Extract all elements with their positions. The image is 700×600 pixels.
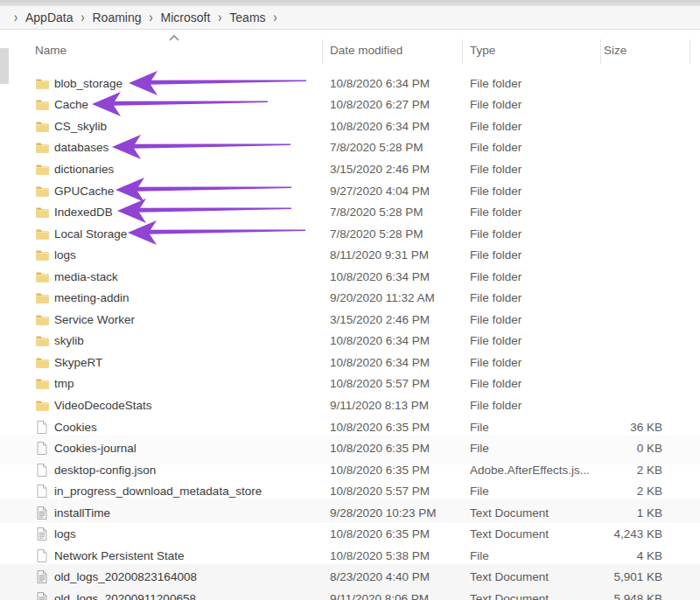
file-row[interactable]: databases7/8/2020 5:28 PMFile folder: [18, 137, 700, 159]
file-date-modified: 10/8/2020 6:34 PM: [330, 266, 430, 288]
breadcrumb-item[interactable]: Teams: [229, 10, 265, 24]
column-separator[interactable]: [322, 39, 323, 64]
breadcrumb-item[interactable]: AppData: [25, 10, 73, 24]
file-icon: [35, 420, 49, 434]
file-row[interactable]: installTime9/28/2020 10:23 PMText Docume…: [18, 502, 700, 524]
sort-ascending-icon: [168, 34, 180, 41]
column-header-size[interactable]: Size: [604, 42, 626, 59]
file-row[interactable]: IndexedDB7/8/2020 5:28 PMFile folder: [18, 201, 700, 223]
file-row[interactable]: Cache10/8/2020 6:27 PMFile folder: [18, 94, 700, 116]
file-size: [560, 394, 662, 416]
file-row[interactable]: SkypeRT10/8/2020 6:34 PMFile folder: [18, 352, 700, 373]
column-separator[interactable]: [462, 39, 463, 64]
folder-icon: [35, 248, 49, 262]
file-date-modified: 7/8/2020 5:28 PM: [330, 137, 424, 159]
file-name: SkypeRT: [54, 352, 102, 373]
file-type: File folder: [470, 394, 522, 416]
file-name: installTime: [54, 502, 110, 524]
folder-icon: [35, 98, 49, 112]
file-size: [560, 287, 662, 309]
file-row[interactable]: tmp10/8/2020 5:57 PMFile folder: [18, 373, 700, 395]
file-row[interactable]: GPUCache9/27/2020 4:04 PMFile folder: [18, 180, 700, 202]
file-name: Service Worker: [54, 309, 135, 331]
file-row[interactable]: logs8/11/2020 9:31 PMFile folder: [18, 244, 700, 266]
file-name: dictionaries: [54, 158, 114, 180]
breadcrumb-chevron-icon[interactable]: ›: [266, 10, 285, 26]
file-name: desktop-config.json: [54, 459, 156, 481]
file-row[interactable]: CS_skylib10/8/2020 6:34 PMFile folder: [18, 115, 700, 137]
file-type: File folder: [470, 158, 522, 180]
file-row[interactable]: desktop-config.json10/8/2020 6:35 PMAdob…: [18, 459, 700, 481]
nav-pane-scrollbar-thumb[interactable]: [0, 48, 9, 84]
text-file-icon: [35, 591, 49, 600]
file-date-modified: 9/11/2020 8:13 PM: [330, 394, 429, 416]
file-row[interactable]: Cookies-journal10/8/2020 6:35 PMFile0 KB: [18, 437, 700, 459]
column-header-date-modified[interactable]: Date modified: [330, 42, 402, 59]
file-name: Cookies-journal: [54, 437, 136, 459]
file-size: 1 KB: [560, 502, 662, 524]
breadcrumb-chevron-icon[interactable]: ›: [210, 10, 229, 26]
file-name: meeting-addin: [54, 287, 130, 309]
file-name: in_progress_download_metadata_store: [54, 480, 262, 502]
file-size: [560, 201, 662, 223]
file-row[interactable]: in_progress_download_metadata_store10/8/…: [18, 480, 700, 502]
folder-icon: [35, 119, 49, 133]
column-header-name[interactable]: Name: [35, 42, 66, 59]
file-row[interactable]: dictionaries3/15/2020 2:46 PMFile folder: [18, 158, 700, 180]
file-row[interactable]: Cookies10/8/2020 6:35 PMFile36 KB: [18, 416, 700, 438]
file-type: File folder: [470, 223, 522, 245]
file-list: blob_storage10/8/2020 6:34 PMFile folder…: [18, 73, 700, 600]
file-row[interactable]: blob_storage10/8/2020 6:34 PMFile folder: [18, 73, 700, 94]
file-date-modified: 10/8/2020 6:35 PM: [330, 416, 430, 438]
file-date-modified: 9/20/2020 11:32 AM: [330, 287, 435, 309]
file-date-modified: 10/8/2020 6:35 PM: [330, 459, 430, 481]
breadcrumb-chevron-icon[interactable]: ›: [6, 10, 25, 26]
file-row[interactable]: media-stack10/8/2020 6:34 PMFile folder: [18, 266, 700, 288]
file-size: [560, 244, 662, 266]
file-date-modified: 9/11/2020 8:06 PM: [330, 588, 429, 600]
breadcrumb-chevron-icon[interactable]: ›: [73, 10, 92, 26]
file-name: GPUCache: [54, 180, 114, 202]
file-row[interactable]: meeting-addin9/20/2020 11:32 AMFile fold…: [18, 287, 700, 309]
file-row[interactable]: old_logs_202009112006589/11/2020 8:06 PM…: [18, 588, 700, 600]
file-row[interactable]: skylib10/8/2020 6:34 PMFile folder: [18, 331, 700, 352]
file-name: skylib: [54, 331, 84, 352]
breadcrumb-item[interactable]: Microsoft: [161, 10, 211, 24]
file-date-modified: 9/27/2020 4:04 PM: [330, 180, 430, 202]
file-row[interactable]: Local Storage7/8/2020 5:28 PMFile folder: [18, 223, 700, 245]
folder-icon: [35, 398, 49, 412]
file-size: [560, 94, 662, 116]
file-row[interactable]: logs10/8/2020 6:35 PMText Document4,243 …: [18, 523, 700, 545]
folder-icon: [35, 334, 49, 348]
file-size: 0 KB: [560, 437, 662, 459]
column-separator[interactable]: [600, 39, 601, 64]
file-size: [560, 180, 662, 202]
file-icon: [35, 485, 49, 499]
file-date-modified: 10/8/2020 6:34 PM: [330, 115, 430, 137]
folder-icon: [35, 227, 49, 241]
file-type: Text Document: [470, 502, 549, 524]
file-size: [560, 331, 662, 352]
column-header-type[interactable]: Type: [470, 42, 495, 59]
file-name: blob_storage: [54, 73, 122, 94]
file-date-modified: 7/8/2020 5:28 PM: [330, 223, 424, 245]
file-type: File folder: [470, 244, 522, 266]
file-row[interactable]: old_logs_202008231640088/23/2020 4:40 PM…: [18, 567, 700, 589]
file-type: File: [470, 545, 489, 567]
file-row[interactable]: VideoDecodeStats9/11/2020 8:13 PMFile fo…: [18, 394, 700, 416]
file-date-modified: 10/8/2020 6:34 PM: [330, 331, 430, 352]
file-size: 2 KB: [560, 480, 662, 502]
file-name: VideoDecodeStats: [54, 394, 152, 416]
file-icon: [35, 463, 49, 477]
file-type: File folder: [470, 180, 522, 202]
file-name: Network Persistent State: [54, 545, 185, 567]
file-name: old_logs_20200823164008: [54, 567, 197, 589]
file-row[interactable]: Service Worker3/15/2020 2:46 PMFile fold…: [18, 309, 700, 331]
column-separator[interactable]: [690, 39, 690, 64]
folder-icon: [35, 269, 49, 283]
breadcrumb-item[interactable]: Roaming: [92, 10, 141, 24]
file-row[interactable]: Network Persistent State10/8/2020 5:38 P…: [18, 545, 700, 567]
breadcrumb-chevron-icon[interactable]: ›: [142, 10, 161, 26]
file-type: File folder: [470, 309, 522, 331]
breadcrumb: ›AppData›Roaming›Microsoft›Teams›: [0, 6, 700, 30]
